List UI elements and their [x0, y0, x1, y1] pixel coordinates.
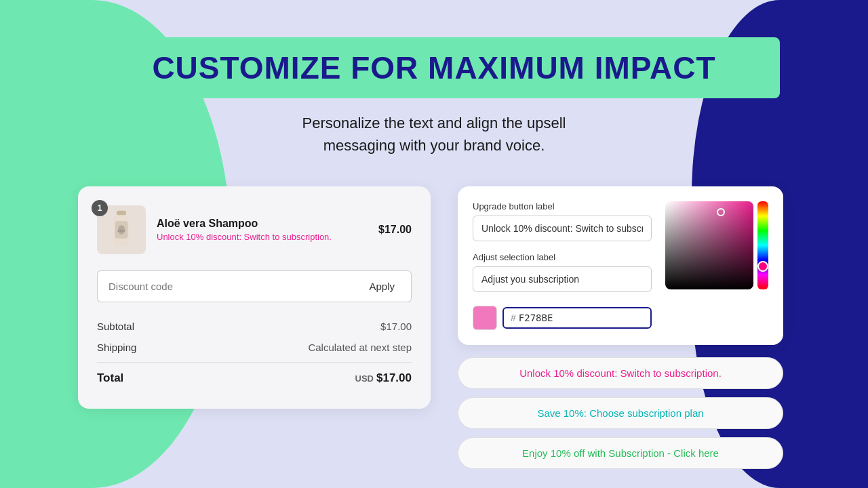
cart-item-info: Aloë vera Shampoo Unlock 10% discount: S…	[157, 218, 368, 242]
upgrade-input[interactable]	[473, 216, 652, 241]
product-price: $17.00	[378, 224, 412, 236]
cart-item: 1 aloe Aloë vera Shampoo Unlock 10% disc…	[97, 205, 412, 254]
color-picker-dot	[717, 208, 725, 216]
product-svg-icon: aloe	[104, 209, 138, 250]
editor-fields: Upgrade button label Adjust selection la…	[473, 201, 652, 330]
header-banner: CUSTOMIZE FOR MAXIMUM IMPACT	[88, 37, 780, 98]
preview-btn-0[interactable]: Unlock 10% discount: Switch to subscript…	[458, 357, 783, 389]
usd-label: USD	[355, 373, 374, 384]
apply-button[interactable]: Apply	[353, 270, 412, 302]
adjust-input[interactable]	[473, 266, 652, 292]
shipping-row: Shipping Calculated at next step	[97, 337, 412, 358]
discount-code-input[interactable]	[97, 270, 353, 302]
preview-btn-2[interactable]: Enjoy 10% off with Subscription - Click …	[458, 437, 783, 469]
preview-btn-1[interactable]: Save 10%: Choose subscription plan	[458, 397, 783, 429]
svg-rect-0	[117, 211, 126, 216]
total-amount: $17.00	[376, 371, 412, 384]
color-input-row: # F278BE	[473, 306, 652, 330]
product-badge: 1	[92, 200, 108, 216]
hex-value: F278BE	[519, 312, 553, 323]
color-picker-visual[interactable]	[665, 201, 768, 330]
hue-dot	[757, 261, 768, 272]
right-panel: Upgrade button label Adjust selection la…	[458, 186, 783, 477]
product-image-wrapper: 1 aloe	[97, 205, 146, 254]
totals-divider	[97, 362, 412, 363]
upgrade-label: Upgrade button label	[473, 201, 652, 211]
shipping-label: Shipping	[97, 342, 136, 353]
page-title: CUSTOMIZE FOR MAXIMUM IMPACT	[108, 49, 760, 86]
svg-text:aloe: aloe	[117, 228, 125, 232]
page-subtitle: Personalize the text and align the upsel…	[0, 112, 868, 157]
color-swatch[interactable]	[473, 306, 497, 330]
subtotal-label: Subtotal	[97, 321, 134, 332]
total-label: Total	[97, 371, 123, 385]
color-gradient-box[interactable]	[665, 201, 753, 289]
hash-symbol: #	[511, 312, 516, 323]
total-row: Total USD$17.00	[97, 367, 412, 390]
discount-row: Apply	[97, 270, 412, 302]
product-upsell-text: Unlock 10% discount: Switch to subscript…	[157, 232, 368, 242]
adjust-label: Adjust selection label	[473, 252, 652, 262]
hex-input-wrapper[interactable]: # F278BE	[502, 307, 652, 329]
shipping-value: Calculated at next step	[308, 342, 412, 353]
product-name: Aloë vera Shampoo	[157, 218, 368, 230]
subtotal-row: Subtotal $17.00	[97, 316, 412, 337]
total-value: USD$17.00	[355, 371, 412, 385]
subtotal-value: $17.00	[380, 321, 412, 332]
cart-totals: Subtotal $17.00 Shipping Calculated at n…	[97, 316, 412, 390]
hue-slider[interactable]	[757, 201, 768, 289]
color-picker-card: Upgrade button label Adjust selection la…	[458, 186, 783, 345]
cart-card: 1 aloe Aloë vera Shampoo Unlock 10% disc…	[78, 186, 431, 409]
